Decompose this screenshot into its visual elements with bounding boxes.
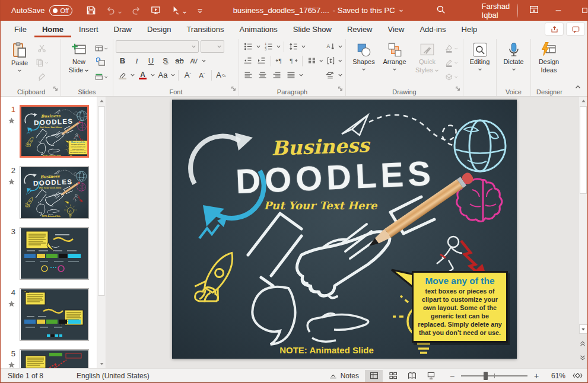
- quick-styles-button[interactable]: Quick Styles: [410, 40, 444, 87]
- increase-indent-button[interactable]: [255, 55, 268, 67]
- collapse-ribbon-button[interactable]: [574, 82, 581, 93]
- search-button[interactable]: [436, 4, 446, 17]
- character-spacing-dropdown-icon[interactable]: [201, 58, 206, 63]
- reset-slide-button[interactable]: [94, 56, 108, 69]
- character-spacing-button[interactable]: AV: [187, 55, 201, 67]
- text-shadow-button[interactable]: S: [158, 55, 172, 67]
- minimize-button[interactable]: [545, 0, 571, 21]
- line-spacing-button[interactable]: [287, 40, 300, 53]
- align-left-button[interactable]: [241, 69, 255, 81]
- italic-button[interactable]: I: [130, 55, 144, 67]
- slide-sorter-view-button[interactable]: [384, 370, 402, 382]
- thumbnail-scrollbar[interactable]: [97, 97, 106, 368]
- tab-transitions[interactable]: Transitions: [179, 21, 231, 37]
- decrease-indent-button[interactable]: [241, 55, 255, 67]
- font-color-button[interactable]: A: [136, 69, 150, 81]
- editing-button[interactable]: Editing: [466, 40, 494, 87]
- slide-vertical-scrollbar[interactable]: [579, 97, 587, 334]
- smartart-dropdown-icon[interactable]: [338, 72, 343, 78]
- avatar[interactable]: [517, 4, 518, 18]
- slide-scroll-up-button[interactable]: [579, 97, 587, 106]
- underline-button[interactable]: U: [144, 55, 158, 67]
- slide-layout-button[interactable]: [94, 42, 108, 55]
- tab-draw[interactable]: Draw: [106, 21, 139, 37]
- ribbon-display-options-button[interactable]: [529, 4, 539, 17]
- share-button[interactable]: [545, 23, 564, 36]
- slide-callout-box[interactable]: Move any of the text boxes or pieces of …: [412, 271, 508, 343]
- section-button[interactable]: [94, 71, 108, 83]
- zoom-in-button[interactable]: +: [531, 371, 542, 381]
- columns-dropdown-icon[interactable]: [319, 58, 324, 63]
- tab-animations[interactable]: Animations: [232, 21, 285, 37]
- thumbnail-scroll-down-button[interactable]: [97, 359, 106, 368]
- redo-button[interactable]: [131, 5, 142, 16]
- zoom-slider-knob[interactable]: [484, 372, 488, 380]
- font-dialog-launcher[interactable]: [230, 84, 237, 94]
- slide-subtitle[interactable]: Put Your Text Here: [196, 199, 445, 212]
- bold-button[interactable]: B: [116, 55, 129, 67]
- tab-help[interactable]: Help: [454, 21, 485, 37]
- text-direction-dropdown-icon[interactable]: [338, 44, 343, 49]
- text-direction-button[interactable]: [323, 40, 337, 53]
- strikethrough-button[interactable]: ab: [173, 55, 186, 67]
- tab-insert[interactable]: Insert: [71, 21, 106, 37]
- numbering-button[interactable]: [262, 40, 275, 53]
- slideshow-view-button[interactable]: [422, 370, 440, 382]
- slide-1-thumbnail[interactable]: Business DOODLES Put Your Text Here Move…: [20, 105, 89, 158]
- slide-3-thumbnail[interactable]: [20, 227, 89, 280]
- tab-add-ins[interactable]: Add-ins: [412, 21, 453, 37]
- shapes-button[interactable]: Shapes: [348, 40, 379, 87]
- bullets-button[interactable]: [241, 40, 255, 53]
- format-painter-button[interactable]: [35, 71, 49, 83]
- clipboard-dialog-launcher[interactable]: [52, 84, 59, 94]
- undo-button[interactable]: [105, 5, 122, 16]
- shape-fill-button[interactable]: [444, 42, 458, 55]
- new-slide-button[interactable]: New Slide: [63, 40, 94, 87]
- align-center-button[interactable]: [256, 69, 269, 81]
- text-highlight-button[interactable]: [116, 69, 129, 81]
- touch-mouse-mode-button[interactable]: [170, 5, 187, 16]
- slide-5-thumbnail[interactable]: [20, 349, 89, 368]
- thumbnail-scrollbar-thumb[interactable]: [98, 106, 105, 296]
- slide-note-text[interactable]: NOTE: Animated Slide: [172, 345, 481, 355]
- cut-button[interactable]: [35, 42, 49, 55]
- slide-scroll-down-button[interactable]: [579, 324, 587, 334]
- design-ideas-button[interactable]: Design Ideas: [533, 40, 564, 87]
- numbering-dropdown-icon[interactable]: [276, 44, 281, 49]
- align-text-dropdown-icon[interactable]: [338, 58, 343, 63]
- slide-4-thumbnail[interactable]: [20, 288, 89, 341]
- left-to-right-button[interactable]: [274, 55, 287, 67]
- arrange-button[interactable]: Arrange: [379, 40, 410, 87]
- font-name-combobox[interactable]: [116, 40, 199, 53]
- font-color-dropdown-icon[interactable]: [150, 72, 155, 78]
- justify-dropdown-icon[interactable]: [298, 72, 304, 78]
- shape-outline-button[interactable]: [444, 56, 458, 69]
- shape-effects-button[interactable]: [444, 71, 458, 83]
- font-size-combobox[interactable]: [201, 40, 224, 53]
- columns-button[interactable]: [305, 55, 318, 67]
- change-case-dropdown-icon[interactable]: [170, 72, 176, 78]
- language-status[interactable]: English (United States): [77, 372, 150, 380]
- start-from-beginning-button[interactable]: [150, 5, 161, 16]
- tab-review[interactable]: Review: [339, 21, 380, 37]
- save-button[interactable]: [85, 5, 97, 16]
- drawing-dialog-launcher[interactable]: [454, 84, 461, 94]
- zoom-slider[interactable]: [461, 371, 527, 381]
- tab-file[interactable]: File: [7, 21, 34, 37]
- zoom-level[interactable]: 61%: [545, 372, 565, 380]
- tab-view[interactable]: View: [380, 21, 412, 37]
- copy-button[interactable]: [35, 56, 49, 69]
- tab-design[interactable]: Design: [139, 21, 179, 37]
- line-spacing-dropdown-icon[interactable]: [301, 44, 306, 49]
- previous-slide-button[interactable]: [579, 337, 587, 349]
- align-right-button[interactable]: [270, 69, 284, 81]
- tab-slide-show[interactable]: Slide Show: [285, 21, 339, 37]
- maximize-button[interactable]: [571, 0, 588, 21]
- right-to-left-button[interactable]: [287, 55, 300, 67]
- paragraph-dialog-launcher[interactable]: [337, 84, 344, 94]
- document-saved-status[interactable]: - Saved to this PC: [333, 6, 395, 15]
- paste-button[interactable]: Paste: [4, 40, 35, 87]
- next-slide-button[interactable]: [579, 352, 587, 364]
- slide-counter[interactable]: Slide 1 of 8: [8, 372, 55, 380]
- bullets-dropdown-icon[interactable]: [256, 44, 261, 49]
